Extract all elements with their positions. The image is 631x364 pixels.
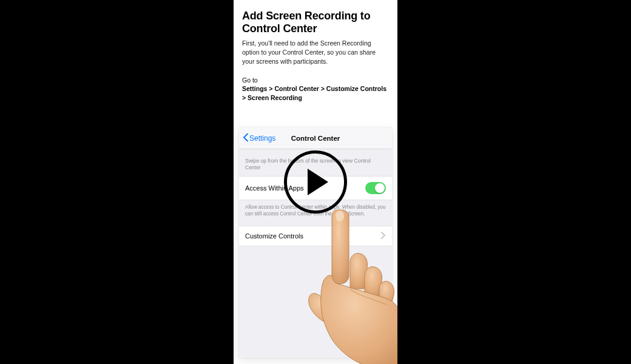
goto-path: Settings > Control Center > Customize Co… <box>242 84 389 102</box>
panel-text-block: Add Screen Recording to Control Center F… <box>234 0 397 103</box>
customize-controls-row[interactable]: Customize Controls <box>239 226 392 246</box>
video-stage: Add Screen Recording to Control Center F… <box>0 0 631 364</box>
panel-description: First, you'll need to add the Screen Rec… <box>242 39 389 66</box>
customize-row-label: Customize Controls <box>245 232 303 240</box>
goto-block: Go to Settings > Control Center > Custom… <box>242 76 389 103</box>
back-label: Settings <box>249 134 275 143</box>
back-button[interactable]: Settings <box>243 133 275 143</box>
panel-title: Add Screen Recording to Control Center <box>242 10 389 35</box>
chevron-right-icon <box>381 232 386 240</box>
access-toggle[interactable] <box>365 182 386 194</box>
nav-bar: Settings Control Center <box>239 127 392 149</box>
play-icon <box>308 169 328 195</box>
toggle-knob <box>375 183 385 193</box>
play-button[interactable] <box>284 150 347 214</box>
goto-label: Go to <box>242 76 389 85</box>
chevron-left-icon <box>243 133 248 144</box>
